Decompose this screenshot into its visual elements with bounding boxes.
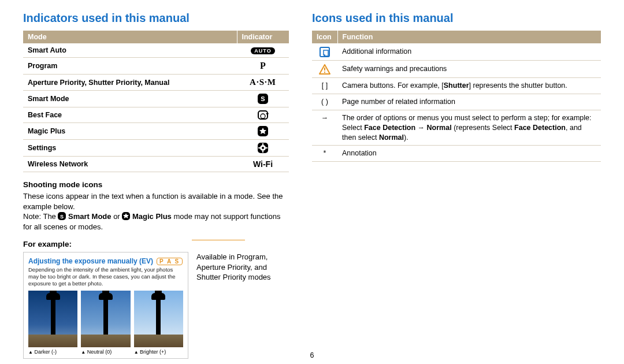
asterisk-icon: * bbox=[312, 146, 337, 162]
mode-label: Smart Auto bbox=[23, 43, 237, 58]
indicator-auto-icon: AUTO bbox=[237, 43, 289, 58]
shooting-mode-heading: Shooting mode icons bbox=[23, 180, 289, 189]
th-icon: Icon bbox=[312, 31, 337, 43]
function-text: Camera buttons. For example, [Shutter] r… bbox=[337, 78, 601, 94]
mode-label: Wireless Network bbox=[23, 157, 237, 172]
function-text: Annotation bbox=[337, 146, 601, 162]
table-row: Best Face bbox=[23, 107, 289, 123]
mode-label: Magic Plus bbox=[23, 123, 237, 140]
function-text: Additional information bbox=[337, 43, 601, 61]
mode-label: Best Face bbox=[23, 107, 237, 123]
mode-label: Aperture Priority, Shutter Priority, Man… bbox=[23, 75, 237, 91]
for-example-heading: For example: bbox=[23, 240, 289, 248]
pas-badge-icon: P A S bbox=[157, 258, 183, 265]
example-thumb-neutral bbox=[81, 291, 130, 347]
function-text: The order of options or menus you must s… bbox=[337, 110, 601, 146]
function-text: Safety warnings and precautions bbox=[337, 61, 601, 78]
indicator-smart-mode-icon: S bbox=[237, 91, 289, 107]
table-row: * Annotation bbox=[312, 146, 601, 162]
mode-indicator-table: Mode Indicator Smart Auto AUTO Program P… bbox=[23, 31, 289, 172]
brackets-icon: [ ] bbox=[312, 78, 337, 94]
example-title-text: Adjusting the exposure manually (EV) bbox=[28, 257, 153, 265]
indicator-p-icon: P bbox=[237, 58, 289, 75]
shooting-mode-text: These icons appear in the text when a fu… bbox=[23, 191, 289, 232]
callout-text: Available in Program, Aperture Priority,… bbox=[196, 252, 289, 283]
indicator-best-face-icon bbox=[237, 107, 289, 123]
example-figure: Adjusting the exposure manually (EV) P A… bbox=[23, 252, 188, 359]
th-function: Function bbox=[337, 31, 601, 43]
warning-icon bbox=[312, 61, 337, 78]
callout-leader-line bbox=[192, 240, 245, 240]
th-mode: Mode bbox=[23, 31, 237, 43]
svg-marker-2 bbox=[259, 128, 266, 134]
example-desc: Depending on the intensity of the ambien… bbox=[28, 266, 183, 287]
magic-plus-inline-icon bbox=[122, 212, 130, 220]
icons-heading: Icons used in this manual bbox=[312, 12, 601, 25]
indicator-settings-icon bbox=[237, 140, 289, 157]
indicators-heading: Indicators used in this manual bbox=[23, 12, 289, 25]
table-row: → The order of options or menus you must… bbox=[312, 110, 601, 146]
smart-mode-inline-icon: S bbox=[58, 212, 66, 220]
th-indicator: Indicator bbox=[237, 31, 289, 43]
indicator-magic-plus-icon bbox=[237, 123, 289, 140]
table-row: Safety warnings and precautions bbox=[312, 61, 601, 78]
svg-rect-7 bbox=[258, 147, 260, 148]
note-icon bbox=[312, 43, 337, 61]
table-row: Wireless Network Wi-Fi bbox=[23, 157, 289, 172]
table-row: Program P bbox=[23, 58, 289, 75]
table-row: [ ] Camera buttons. For example, [Shutte… bbox=[312, 78, 601, 94]
parens-icon: ( ) bbox=[312, 94, 337, 110]
svg-rect-8 bbox=[266, 147, 268, 148]
table-row: ( ) Page number of related information bbox=[312, 94, 601, 110]
table-row: Settings bbox=[23, 140, 289, 157]
svg-point-1 bbox=[261, 114, 265, 118]
table-row: Magic Plus bbox=[23, 123, 289, 140]
example-thumb-dark bbox=[28, 291, 77, 347]
indicator-asm-icon: A·S·M bbox=[237, 75, 289, 91]
svg-marker-10 bbox=[123, 213, 129, 218]
mode-label: Smart Mode bbox=[23, 91, 237, 107]
page-number: 6 bbox=[0, 351, 624, 359]
arrow-icon: → bbox=[312, 110, 337, 146]
table-row: Smart Mode S bbox=[23, 91, 289, 107]
svg-point-4 bbox=[262, 147, 264, 149]
indicator-wifi-icon: Wi-Fi bbox=[237, 157, 289, 172]
svg-text:S: S bbox=[60, 214, 64, 220]
icon-function-table: Icon Function Additional information Saf… bbox=[312, 31, 601, 162]
function-text: Page number of related information bbox=[337, 94, 601, 110]
svg-point-13 bbox=[324, 72, 325, 73]
svg-rect-5 bbox=[262, 143, 263, 145]
table-row: Smart Auto AUTO bbox=[23, 43, 289, 58]
table-row: Additional information bbox=[312, 43, 601, 61]
example-thumb-bright bbox=[134, 291, 183, 347]
mode-label: Program bbox=[23, 58, 237, 75]
table-row: Aperture Priority, Shutter Priority, Man… bbox=[23, 75, 289, 91]
svg-text:S: S bbox=[261, 95, 265, 102]
svg-rect-6 bbox=[262, 151, 263, 153]
mode-label: Settings bbox=[23, 140, 237, 157]
